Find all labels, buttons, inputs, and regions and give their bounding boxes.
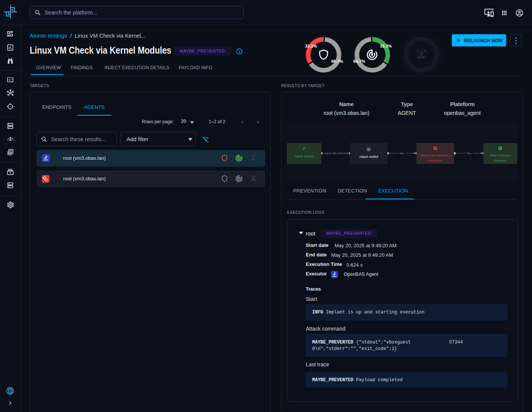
svg-text:66.7%: 66.7%: [331, 59, 343, 64]
svg-text:None: None: [400, 152, 405, 154]
svg-text:66.7%: 66.7%: [353, 59, 365, 64]
svg-text:33.3%: 33.3%: [380, 44, 392, 48]
svg-text:AGENT: AGENT: [44, 159, 49, 161]
svg-text:33.3%: 33.3%: [305, 44, 317, 48]
svg-text:May 20, 2025, 9:49:00 AM: May 20, 2025, 9:49:00 AM: [325, 153, 346, 154]
svg-text:None: None: [467, 152, 472, 154]
svg-text:AGENT: AGENT: [332, 275, 337, 277]
